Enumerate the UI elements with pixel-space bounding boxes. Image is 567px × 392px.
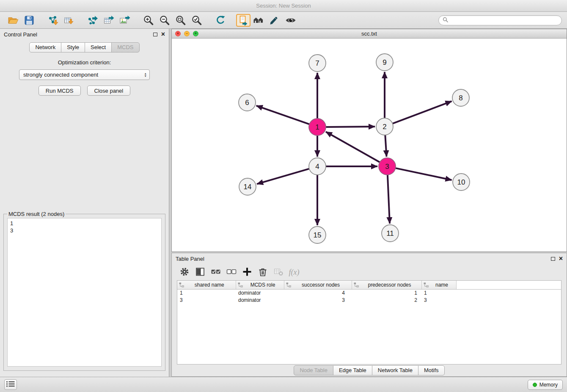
tab-style[interactable]: Style (61, 42, 85, 52)
edge-3-10[interactable] (396, 168, 452, 180)
edge-2-8[interactable] (393, 101, 452, 124)
titlebar: Session: New Session (0, 0, 567, 12)
graph-node-1[interactable]: 1 (309, 119, 326, 135)
edge-1-2[interactable] (326, 127, 375, 127)
control-panel-close-icon[interactable]: × (161, 32, 165, 37)
node-label: 4 (315, 163, 319, 171)
zoom-out-button[interactable] (157, 14, 173, 27)
column-header-filler (456, 281, 561, 289)
window-zoom-button[interactable]: + (193, 31, 198, 36)
mcds-result-list[interactable]: 13 (7, 218, 162, 367)
tab-mcds[interactable]: MCDS (111, 42, 139, 52)
tab-network-table[interactable]: Network Table (372, 365, 418, 375)
main-toolbar (0, 12, 567, 29)
search-field[interactable] (438, 15, 562, 25)
zoom-selected-icon (191, 15, 202, 26)
node-label: 10 (457, 178, 465, 186)
delete-table-button[interactable] (272, 266, 285, 279)
edge-3-1[interactable] (326, 132, 380, 162)
combo-arrows-icon: ▲▼ (143, 72, 148, 77)
add-column-button[interactable] (240, 266, 254, 279)
control-panel-float-button[interactable] (153, 31, 157, 38)
table-row[interactable]: 1dominator411 (177, 289, 561, 296)
memory-status-dot (533, 383, 537, 387)
graph-node-11[interactable]: 11 (382, 225, 399, 242)
select-all-rows-icon (211, 267, 221, 278)
export-network-button[interactable] (85, 14, 101, 27)
tab-network[interactable]: Network (29, 42, 61, 52)
column-header-mcds-role[interactable]: MCDS role (236, 281, 284, 289)
apply-style-button[interactable] (267, 14, 283, 27)
edge-4-14[interactable] (257, 169, 309, 184)
graph-node-8[interactable]: 8 (452, 89, 469, 106)
select-all-rows-button[interactable] (209, 266, 223, 279)
export-table-button[interactable] (101, 14, 117, 27)
graph-node-3[interactable]: 3 (379, 158, 396, 175)
tab-motifs[interactable]: Motifs (418, 365, 445, 375)
graph-node-9[interactable]: 9 (376, 54, 393, 71)
graph-node-4[interactable]: 4 (309, 158, 326, 175)
close-mcds-panel-button[interactable]: Close panel (87, 86, 131, 96)
open-new-window-button[interactable] (236, 14, 250, 27)
table-header-row: shared name MCDS role successor nodes pr… (177, 281, 561, 289)
node-label: 6 (245, 99, 249, 107)
deselect-all-rows-button[interactable] (225, 266, 238, 279)
edge-1-6[interactable] (256, 106, 309, 124)
export-image-button[interactable] (117, 14, 133, 27)
tab-edge-table[interactable]: Edge Table (333, 365, 372, 375)
network-graph[interactable]: 7968124314101511 (172, 39, 566, 251)
table-row[interactable]: 3dominator323 (177, 296, 561, 304)
graph-node-6[interactable]: 6 (239, 94, 256, 111)
edge-3-11[interactable] (388, 175, 390, 224)
table-settings-button[interactable] (178, 266, 191, 279)
network-canvas[interactable]: 7968124314101511 (172, 39, 567, 251)
graph-node-14[interactable]: 14 (239, 178, 256, 195)
toggle-columns-icon (195, 267, 205, 278)
zoom-fit-button[interactable] (173, 14, 189, 27)
zoom-selected-button[interactable] (189, 14, 205, 27)
table-cell: 3 (177, 296, 236, 304)
export-network-icon (87, 15, 98, 26)
float-window-icon (551, 257, 555, 261)
graph-node-7[interactable]: 7 (309, 55, 326, 72)
window-minimize-button[interactable]: − (184, 31, 190, 36)
memory-button[interactable]: Memory (528, 380, 563, 390)
import-network-button[interactable] (45, 14, 61, 27)
column-header-shared-name[interactable]: shared name (177, 281, 236, 289)
search-input[interactable] (450, 17, 558, 24)
criterion-select[interactable]: strongly connected component ▲▼ (19, 69, 150, 80)
edge-2-3[interactable] (385, 135, 386, 157)
table-cell: 3 (284, 296, 352, 304)
refresh-view-button[interactable] (212, 14, 228, 27)
delete-column-button[interactable] (256, 266, 270, 279)
node-label: 9 (383, 58, 386, 66)
column-label: successor nodes (302, 282, 340, 288)
table-cell-filler (456, 289, 561, 296)
zoom-in-button[interactable] (140, 14, 157, 27)
import-network-icon (47, 15, 58, 26)
table-panel-close-icon[interactable]: × (559, 256, 563, 261)
open-session-button[interactable] (5, 14, 21, 27)
table-toolbar: f(x) (172, 264, 567, 280)
tab-select[interactable]: Select (85, 42, 112, 52)
function-builder-button[interactable]: f(x) (287, 266, 301, 279)
column-header-name[interactable]: name (421, 281, 456, 289)
zoom-in-icon (143, 15, 154, 26)
optimization-criterion-label: Optimization criterion: (0, 59, 169, 66)
graph-node-2[interactable]: 2 (376, 118, 393, 135)
graph-node-15[interactable]: 15 (309, 226, 326, 243)
import-table-button[interactable] (61, 14, 77, 27)
toggle-columns-button[interactable] (193, 266, 207, 279)
table-panel-float-button[interactable] (551, 256, 555, 262)
show-hide-details-button[interactable] (283, 14, 299, 27)
column-header-predecessor-nodes[interactable]: predecessor nodes (352, 281, 421, 289)
column-label: name (435, 282, 448, 288)
window-close-button[interactable]: × (175, 31, 181, 36)
graph-node-10[interactable]: 10 (453, 174, 470, 190)
first-neighbors-button[interactable] (250, 14, 267, 27)
panel-toggle-button[interactable] (4, 379, 17, 390)
save-session-button[interactable] (21, 14, 37, 27)
tab-node-table[interactable]: Node Table (294, 365, 333, 375)
column-header-successor-nodes[interactable]: successor nodes (284, 281, 352, 289)
run-mcds-button[interactable]: Run MCDS (39, 86, 81, 96)
